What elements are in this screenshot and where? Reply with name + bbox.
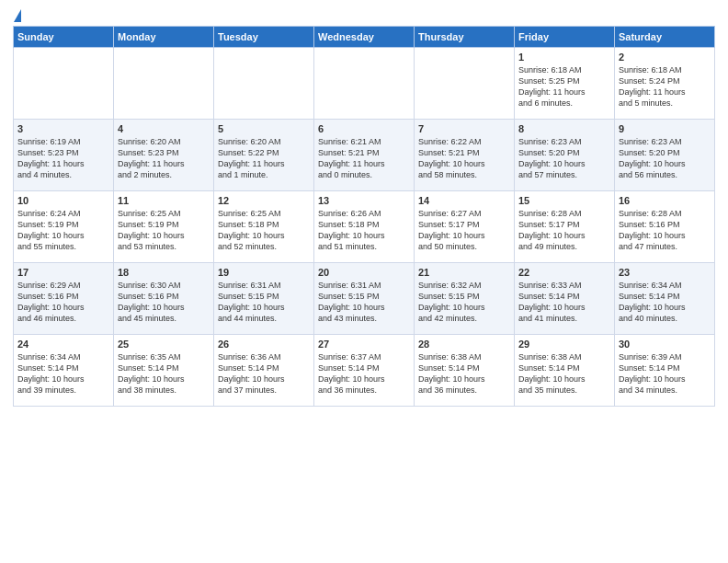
- week-row-2: 3Sunrise: 6:19 AMSunset: 5:23 PMDaylight…: [14, 120, 715, 191]
- day-cell: 20Sunrise: 6:31 AMSunset: 5:15 PMDayligh…: [314, 263, 415, 335]
- day-info: Sunrise: 6:39 AMSunset: 5:14 PMDaylight:…: [619, 351, 711, 396]
- day-cell: 25Sunrise: 6:35 AMSunset: 5:14 PMDayligh…: [114, 335, 214, 407]
- day-cell: 23Sunrise: 6:34 AMSunset: 5:14 PMDayligh…: [615, 263, 715, 335]
- day-cell: 29Sunrise: 6:38 AMSunset: 5:14 PMDayligh…: [515, 335, 615, 407]
- day-info: Sunrise: 6:28 AMSunset: 5:17 PMDaylight:…: [518, 208, 610, 253]
- header-row: SundayMondayTuesdayWednesdayThursdayFrid…: [14, 27, 715, 48]
- day-cell: 27Sunrise: 6:37 AMSunset: 5:14 PMDayligh…: [314, 335, 415, 407]
- day-number: 13: [318, 195, 410, 206]
- day-number: 28: [418, 339, 510, 350]
- header-day-thursday: Thursday: [415, 27, 515, 48]
- day-cell: 14Sunrise: 6:27 AMSunset: 5:17 PMDayligh…: [415, 191, 515, 263]
- day-info: Sunrise: 6:35 AMSunset: 5:14 PMDaylight:…: [118, 351, 210, 396]
- day-cell: 30Sunrise: 6:39 AMSunset: 5:14 PMDayligh…: [615, 335, 715, 407]
- header: [13, 9, 715, 20]
- header-day-sunday: Sunday: [14, 27, 114, 48]
- day-cell: 22Sunrise: 6:33 AMSunset: 5:14 PMDayligh…: [515, 263, 615, 335]
- day-info: Sunrise: 6:31 AMSunset: 5:15 PMDaylight:…: [318, 280, 410, 325]
- day-cell: [314, 48, 415, 120]
- day-number: 6: [318, 123, 410, 134]
- day-info: Sunrise: 6:24 AMSunset: 5:19 PMDaylight:…: [17, 208, 109, 253]
- day-info: Sunrise: 6:30 AMSunset: 5:16 PMDaylight:…: [118, 280, 210, 325]
- calendar-container: SundayMondayTuesdayWednesdayThursdayFrid…: [0, 0, 728, 412]
- day-cell: 5Sunrise: 6:20 AMSunset: 5:22 PMDaylight…: [214, 120, 314, 191]
- day-number: 27: [318, 339, 410, 350]
- calendar-table: SundayMondayTuesdayWednesdayThursdayFrid…: [13, 26, 715, 407]
- day-number: 22: [518, 267, 610, 278]
- day-number: 25: [118, 339, 210, 350]
- day-number: 26: [218, 339, 310, 350]
- week-row-5: 24Sunrise: 6:34 AMSunset: 5:14 PMDayligh…: [14, 335, 715, 407]
- day-info: Sunrise: 6:32 AMSunset: 5:15 PMDaylight:…: [418, 280, 510, 325]
- day-number: 21: [418, 267, 510, 278]
- day-info: Sunrise: 6:36 AMSunset: 5:14 PMDaylight:…: [218, 351, 310, 396]
- day-number: 30: [619, 339, 711, 350]
- day-number: 7: [418, 123, 510, 134]
- day-cell: 3Sunrise: 6:19 AMSunset: 5:23 PMDaylight…: [14, 120, 114, 191]
- day-info: Sunrise: 6:22 AMSunset: 5:21 PMDaylight:…: [418, 136, 510, 181]
- day-info: Sunrise: 6:28 AMSunset: 5:16 PMDaylight:…: [619, 208, 711, 253]
- day-cell: [415, 48, 515, 120]
- day-cell: 15Sunrise: 6:28 AMSunset: 5:17 PMDayligh…: [515, 191, 615, 263]
- day-number: 14: [418, 195, 510, 206]
- header-day-monday: Monday: [114, 27, 214, 48]
- day-cell: 7Sunrise: 6:22 AMSunset: 5:21 PMDaylight…: [415, 120, 515, 191]
- day-number: 24: [17, 339, 109, 350]
- header-day-friday: Friday: [515, 27, 615, 48]
- header-day-saturday: Saturday: [615, 27, 715, 48]
- day-info: Sunrise: 6:23 AMSunset: 5:20 PMDaylight:…: [619, 136, 711, 181]
- day-info: Sunrise: 6:26 AMSunset: 5:18 PMDaylight:…: [318, 208, 410, 253]
- week-row-3: 10Sunrise: 6:24 AMSunset: 5:19 PMDayligh…: [14, 191, 715, 263]
- calendar-header: SundayMondayTuesdayWednesdayThursdayFrid…: [14, 27, 715, 48]
- day-cell: 12Sunrise: 6:25 AMSunset: 5:18 PMDayligh…: [214, 191, 314, 263]
- day-number: 2: [619, 52, 711, 63]
- header-day-wednesday: Wednesday: [314, 27, 415, 48]
- day-info: Sunrise: 6:37 AMSunset: 5:14 PMDaylight:…: [318, 351, 410, 396]
- calendar-body: 1Sunrise: 6:18 AMSunset: 5:25 PMDaylight…: [14, 48, 715, 407]
- day-number: 8: [518, 123, 610, 134]
- week-row-4: 17Sunrise: 6:29 AMSunset: 5:16 PMDayligh…: [14, 263, 715, 335]
- day-cell: 21Sunrise: 6:32 AMSunset: 5:15 PMDayligh…: [415, 263, 515, 335]
- day-number: 15: [518, 195, 610, 206]
- day-number: 11: [118, 195, 210, 206]
- day-info: Sunrise: 6:34 AMSunset: 5:14 PMDaylight:…: [17, 351, 109, 396]
- day-number: 4: [118, 123, 210, 134]
- day-cell: 24Sunrise: 6:34 AMSunset: 5:14 PMDayligh…: [14, 335, 114, 407]
- day-number: 17: [17, 267, 109, 278]
- day-number: 16: [619, 195, 711, 206]
- day-cell: 2Sunrise: 6:18 AMSunset: 5:24 PMDaylight…: [615, 48, 715, 120]
- day-info: Sunrise: 6:29 AMSunset: 5:16 PMDaylight:…: [17, 280, 109, 325]
- day-cell: 10Sunrise: 6:24 AMSunset: 5:19 PMDayligh…: [14, 191, 114, 263]
- day-cell: 6Sunrise: 6:21 AMSunset: 5:21 PMDaylight…: [314, 120, 415, 191]
- day-info: Sunrise: 6:23 AMSunset: 5:20 PMDaylight:…: [518, 136, 610, 181]
- day-cell: 18Sunrise: 6:30 AMSunset: 5:16 PMDayligh…: [114, 263, 214, 335]
- day-number: 1: [518, 52, 610, 63]
- day-cell: 16Sunrise: 6:28 AMSunset: 5:16 PMDayligh…: [615, 191, 715, 263]
- day-info: Sunrise: 6:21 AMSunset: 5:21 PMDaylight:…: [318, 136, 410, 181]
- day-cell: [14, 48, 114, 120]
- day-number: 29: [518, 339, 610, 350]
- day-info: Sunrise: 6:38 AMSunset: 5:14 PMDaylight:…: [518, 351, 610, 396]
- day-number: 23: [619, 267, 711, 278]
- day-cell: 11Sunrise: 6:25 AMSunset: 5:19 PMDayligh…: [114, 191, 214, 263]
- day-cell: [214, 48, 314, 120]
- day-info: Sunrise: 6:34 AMSunset: 5:14 PMDaylight:…: [619, 280, 711, 325]
- day-cell: 1Sunrise: 6:18 AMSunset: 5:25 PMDaylight…: [515, 48, 615, 120]
- day-info: Sunrise: 6:25 AMSunset: 5:18 PMDaylight:…: [218, 208, 310, 253]
- logo: [13, 13, 21, 20]
- day-cell: 26Sunrise: 6:36 AMSunset: 5:14 PMDayligh…: [214, 335, 314, 407]
- logo-triangle-icon: [14, 9, 21, 22]
- day-info: Sunrise: 6:25 AMSunset: 5:19 PMDaylight:…: [118, 208, 210, 253]
- header-day-tuesday: Tuesday: [214, 27, 314, 48]
- day-number: 18: [118, 267, 210, 278]
- week-row-1: 1Sunrise: 6:18 AMSunset: 5:25 PMDaylight…: [14, 48, 715, 120]
- day-cell: 19Sunrise: 6:31 AMSunset: 5:15 PMDayligh…: [214, 263, 314, 335]
- day-info: Sunrise: 6:19 AMSunset: 5:23 PMDaylight:…: [17, 136, 109, 181]
- day-cell: 28Sunrise: 6:38 AMSunset: 5:14 PMDayligh…: [415, 335, 515, 407]
- day-cell: 9Sunrise: 6:23 AMSunset: 5:20 PMDaylight…: [615, 120, 715, 191]
- day-info: Sunrise: 6:20 AMSunset: 5:23 PMDaylight:…: [118, 136, 210, 181]
- day-info: Sunrise: 6:31 AMSunset: 5:15 PMDaylight:…: [218, 280, 310, 325]
- day-cell: 8Sunrise: 6:23 AMSunset: 5:20 PMDaylight…: [515, 120, 615, 191]
- day-number: 5: [218, 123, 310, 134]
- day-cell: [114, 48, 214, 120]
